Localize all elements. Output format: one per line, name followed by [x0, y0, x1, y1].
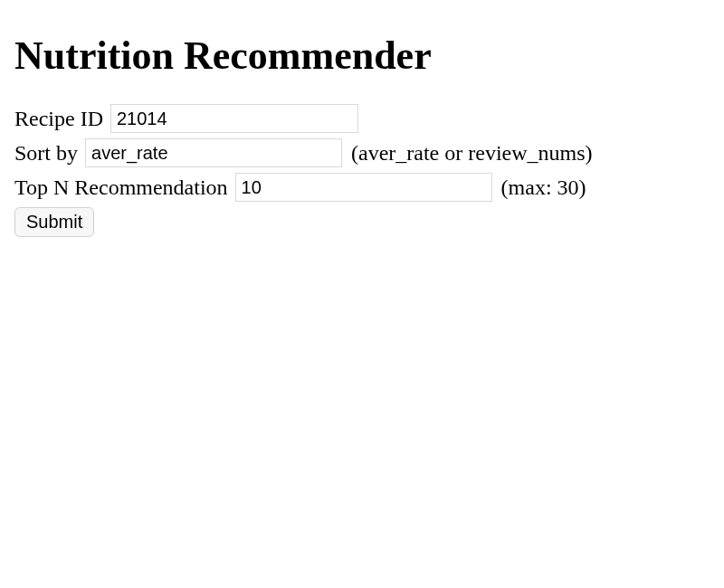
recipe-id-input[interactable] — [110, 104, 358, 133]
sort-by-row: Sort by (aver_rate or review_nums) — [14, 138, 710, 167]
recipe-id-label: Recipe ID — [14, 107, 103, 131]
sort-by-hint: (aver_rate or review_nums) — [351, 141, 593, 166]
recipe-id-row: Recipe ID — [14, 104, 710, 133]
sort-by-input[interactable] — [85, 138, 342, 167]
top-n-hint: (max: 30) — [501, 175, 586, 200]
submit-row: Submit — [14, 207, 710, 237]
top-n-input[interactable] — [235, 173, 492, 202]
top-n-label: Top N Recommendation — [14, 175, 228, 200]
submit-button[interactable]: Submit — [14, 207, 94, 237]
page-title: Nutrition Recommender — [14, 33, 710, 79]
sort-by-label: Sort by — [14, 141, 78, 166]
top-n-row: Top N Recommendation (max: 30) — [14, 173, 710, 202]
